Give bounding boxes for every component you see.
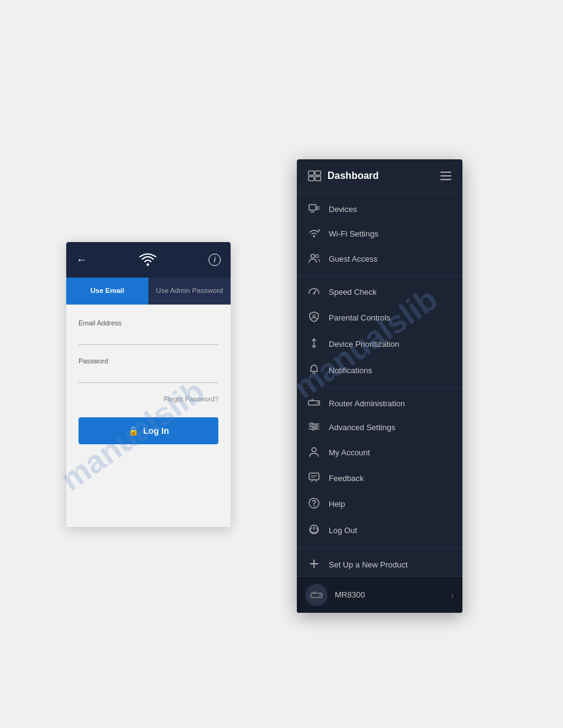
nav-item-advanced-settings[interactable]: Advanced Settings xyxy=(297,415,462,439)
nav-panel: Dashboard Devices xyxy=(297,159,462,613)
nav-item-router-admin-label: Router Administration xyxy=(329,399,405,408)
email-input[interactable] xyxy=(79,330,218,345)
svg-point-26 xyxy=(313,506,315,507)
nav-item-notifications-label: Notifications xyxy=(329,366,372,375)
svg-point-7 xyxy=(313,236,315,238)
nav-item-parental-controls[interactable]: Parental Controls xyxy=(297,305,462,331)
svg-point-32 xyxy=(320,594,321,596)
nav-item-speed-check[interactable]: Speed Check xyxy=(297,279,462,305)
svg-rect-4 xyxy=(315,176,321,181)
svg-point-10 xyxy=(313,293,315,295)
guest-access-icon xyxy=(308,253,320,265)
password-input[interactable] xyxy=(79,368,218,383)
nav-header: Dashboard xyxy=(297,159,462,192)
login-header: ← i xyxy=(66,242,231,278)
nav-item-advanced-settings-label: Advanced Settings xyxy=(329,423,395,432)
nav-items-list: Devices Wi-Fi Settings xyxy=(297,192,462,576)
forgot-password-link[interactable]: Forgot Password? xyxy=(79,395,218,403)
svg-point-13 xyxy=(316,403,318,404)
dashboard-icon xyxy=(308,170,321,181)
nav-item-feedback[interactable]: Feedback xyxy=(297,466,462,491)
device-prioritization-icon xyxy=(308,338,320,351)
nav-title-row: Dashboard xyxy=(308,170,379,181)
login-panel: ← i Use Email Use Admin Password Email A… xyxy=(66,242,231,527)
svg-rect-22 xyxy=(309,473,319,480)
nav-item-parental-label: Parental Controls xyxy=(329,313,390,322)
login-form: Email Address Password Forgot Password? … xyxy=(66,305,231,457)
speed-check-icon xyxy=(308,286,320,298)
nav-item-devices[interactable]: Devices xyxy=(297,197,462,221)
password-label: Password xyxy=(79,357,218,365)
svg-point-21 xyxy=(312,448,316,452)
svg-rect-12 xyxy=(308,401,320,405)
nav-item-wifi-settings[interactable]: Wi-Fi Settings xyxy=(297,221,462,246)
svg-point-11 xyxy=(313,315,315,317)
svg-point-18 xyxy=(310,423,313,425)
nav-item-setup-new[interactable]: Set Up a New Product xyxy=(297,552,462,576)
svg-point-8 xyxy=(311,254,315,258)
router-chevron-right-icon: › xyxy=(451,590,454,600)
nav-footer-router[interactable]: MR8300 › xyxy=(297,576,462,613)
nav-divider-1 xyxy=(297,275,462,276)
svg-rect-1 xyxy=(308,171,314,175)
nav-item-guest-label: Guest Access xyxy=(329,254,377,264)
svg-point-14 xyxy=(318,403,320,404)
email-label: Email Address xyxy=(79,319,218,327)
nav-item-notifications[interactable]: Notifications xyxy=(297,357,462,384)
feedback-icon xyxy=(308,472,320,484)
help-icon xyxy=(308,498,320,510)
lock-icon: 🔒 xyxy=(128,426,139,436)
nav-title: Dashboard xyxy=(327,170,379,181)
router-icon xyxy=(305,584,327,606)
nav-item-my-account-label: My Account xyxy=(329,448,370,457)
wifi-icon xyxy=(139,253,157,267)
nav-divider-3 xyxy=(297,547,462,548)
svg-rect-5 xyxy=(309,205,316,210)
wifi-logo xyxy=(139,253,157,267)
nav-item-router-admin[interactable]: Router Administration xyxy=(297,392,462,415)
svg-point-9 xyxy=(316,255,319,258)
svg-rect-3 xyxy=(308,176,314,181)
tab-use-admin-password[interactable]: Use Admin Password xyxy=(148,278,231,305)
svg-point-19 xyxy=(315,425,317,428)
login-tabs: Use Email Use Admin Password xyxy=(66,278,231,305)
password-field-group: Password xyxy=(79,357,218,383)
parental-controls-icon xyxy=(308,311,320,324)
nav-item-speed-label: Speed Check xyxy=(329,287,377,297)
wifi-settings-icon xyxy=(308,228,320,240)
nav-item-priority-label: Device Prioritization xyxy=(329,339,399,349)
tab-use-email[interactable]: Use Email xyxy=(66,278,148,305)
svg-point-0 xyxy=(147,264,149,266)
nav-item-log-out-label: Log Out xyxy=(329,526,357,535)
nav-item-my-account[interactable]: My Account xyxy=(297,439,462,466)
nav-item-log-out[interactable]: Log Out xyxy=(297,517,462,544)
nav-item-help-label: Help xyxy=(329,499,345,509)
log-out-icon xyxy=(308,524,320,537)
nav-item-help[interactable]: Help xyxy=(297,491,462,517)
svg-point-20 xyxy=(312,428,315,430)
info-button[interactable]: i xyxy=(209,254,221,266)
nav-item-device-prioritization[interactable]: Device Prioritization xyxy=(297,331,462,357)
router-admin-icon xyxy=(308,398,320,409)
nav-item-setup-new-label: Set Up a New Product xyxy=(329,560,408,569)
svg-rect-2 xyxy=(315,171,321,175)
nav-item-devices-label: Devices xyxy=(329,205,357,214)
svg-point-31 xyxy=(319,594,320,596)
back-button[interactable]: ← xyxy=(76,254,87,267)
notifications-icon xyxy=(308,364,320,377)
my-account-icon xyxy=(308,446,320,459)
nav-item-wifi-label: Wi-Fi Settings xyxy=(329,229,378,238)
devices-icon xyxy=(308,204,320,214)
nav-item-guest-access[interactable]: Guest Access xyxy=(297,246,462,271)
email-field-group: Email Address xyxy=(79,319,218,345)
setup-new-icon xyxy=(308,558,320,571)
nav-divider-2 xyxy=(297,387,462,388)
svg-rect-6 xyxy=(317,207,319,210)
hamburger-menu[interactable] xyxy=(440,172,451,180)
login-button[interactable]: 🔒 Log In xyxy=(79,417,218,444)
router-name: MR8300 xyxy=(335,590,443,599)
login-button-label: Log In xyxy=(144,426,169,436)
advanced-settings-icon xyxy=(308,422,320,433)
nav-item-feedback-label: Feedback xyxy=(329,474,364,483)
